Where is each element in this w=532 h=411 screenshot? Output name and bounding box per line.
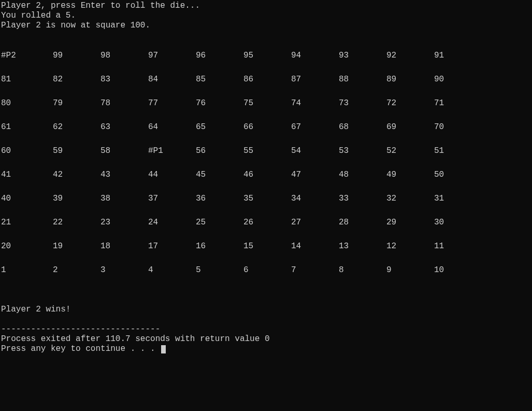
board-cell: 49: [386, 170, 434, 180]
board-cell: 43: [100, 170, 148, 180]
board-cell: 83: [100, 75, 148, 84]
board-cell: 97: [148, 51, 196, 61]
board-cell: 68: [339, 122, 386, 132]
board-cell: 37: [148, 194, 196, 204]
board-cell: 82: [53, 75, 100, 84]
board-cell: 28: [339, 218, 386, 228]
board-cell: 44: [148, 170, 196, 180]
process-exit-message: Process exited after 110.7 seconds with …: [1, 334, 531, 344]
board-cell: 81: [1, 75, 53, 84]
continue-prompt[interactable]: Press any key to continue . . .: [1, 344, 531, 354]
board-cell: 16: [196, 242, 243, 251]
board-row: 60 59 58 #P1 56 55 54 53 52 51: [1, 146, 531, 156]
board-cell: 79: [53, 98, 100, 108]
game-board: #P2 99 98 97 96 95 94 93 92 91 81 82 83 …: [1, 51, 531, 275]
board-cell: 21: [1, 218, 53, 228]
board-cell: 60: [1, 146, 53, 156]
board-cell: 30: [434, 218, 482, 228]
board-row: 61 62 63 64 65 66 67 68 69 70: [1, 122, 531, 132]
board-cell: 61: [1, 122, 53, 132]
roll-result: You rolled a 5.: [1, 11, 531, 21]
board-cell: 15: [243, 242, 291, 251]
board-cell: 46: [243, 170, 291, 180]
board-cell: 89: [386, 75, 434, 84]
board-cell: 99: [53, 51, 100, 61]
board-cell: 72: [386, 98, 434, 108]
board-cell: 90: [434, 75, 482, 84]
roll-prompt: Player 2, press Enter to roll the die...: [1, 1, 531, 11]
board-row: 81 82 83 84 85 86 87 88 89 90: [1, 75, 531, 84]
board-cell: 35: [243, 194, 291, 204]
board-row: 40 39 38 37 36 35 34 33 32 31: [1, 194, 531, 204]
board-cell: 94: [291, 51, 339, 61]
board-cell: #P1: [148, 146, 196, 156]
board-cell: 67: [291, 122, 339, 132]
board-cell: 54: [291, 146, 339, 156]
continue-prompt-text: Press any key to continue . . .: [1, 344, 160, 353]
board-cell: 52: [386, 146, 434, 156]
board-cell: #P2: [1, 51, 53, 61]
cursor-icon: [161, 345, 166, 353]
board-cell: 76: [196, 98, 243, 108]
board-cell: 24: [148, 218, 196, 228]
board-row: 21 22 23 24 25 26 27 28 29 30: [1, 218, 531, 228]
board-cell: 96: [196, 51, 243, 61]
board-cell: 8: [339, 265, 386, 275]
board-cell: 3: [100, 265, 148, 275]
board-cell: 34: [291, 194, 339, 204]
board-cell: 64: [148, 122, 196, 132]
board-cell: 25: [196, 218, 243, 228]
board-cell: 48: [339, 170, 386, 180]
board-cell: 71: [434, 98, 482, 108]
board-cell: 74: [291, 98, 339, 108]
board-cell: 1: [1, 265, 53, 275]
board-cell: 55: [243, 146, 291, 156]
board-cell: 13: [339, 242, 386, 251]
board-cell: 11: [434, 242, 482, 251]
board-cell: 51: [434, 146, 482, 156]
board-cell: 5: [196, 265, 243, 275]
board-cell: 86: [243, 75, 291, 84]
board-cell: 7: [291, 265, 339, 275]
board-cell: 87: [291, 75, 339, 84]
board-cell: 62: [53, 122, 100, 132]
board-cell: 9: [386, 265, 434, 275]
board-cell: 70: [434, 122, 482, 132]
board-cell: 58: [100, 146, 148, 156]
board-cell: 69: [386, 122, 434, 132]
board-cell: 88: [339, 75, 386, 84]
board-cell: 19: [53, 242, 100, 251]
board-cell: 80: [1, 98, 53, 108]
board-cell: 66: [243, 122, 291, 132]
board-cell: 47: [291, 170, 339, 180]
board-cell: 77: [148, 98, 196, 108]
board-cell: 2: [53, 265, 100, 275]
winner-message: Player 2 wins!: [1, 305, 531, 315]
board-row: 1 2 3 4 5 6 7 8 9 10: [1, 265, 531, 275]
board-cell: 84: [148, 75, 196, 84]
board-cell: 85: [196, 75, 243, 84]
board-cell: 18: [100, 242, 148, 251]
board-cell: 95: [243, 51, 291, 61]
board-row: 80 79 78 77 76 75 74 73 72 71: [1, 98, 531, 108]
blank-line: [1, 315, 531, 324]
board-cell: 42: [53, 170, 100, 180]
board-cell: 32: [386, 194, 434, 204]
board-row: 20 19 18 17 16 15 14 13 12 11: [1, 242, 531, 251]
board-cell: 36: [196, 194, 243, 204]
board-cell: 98: [100, 51, 148, 61]
board-cell: 26: [243, 218, 291, 228]
board-cell: 33: [339, 194, 386, 204]
board-cell: 78: [100, 98, 148, 108]
board-cell: 39: [53, 194, 100, 204]
board-row: #P2 99 98 97 96 95 94 93 92 91: [1, 51, 531, 61]
board-cell: 17: [148, 242, 196, 251]
board-cell: 10: [434, 265, 482, 275]
position-update: Player 2 is now at square 100.: [1, 21, 531, 31]
board-cell: 4: [148, 265, 196, 275]
board-cell: 31: [434, 194, 482, 204]
board-cell: 41: [1, 170, 53, 180]
board-cell: 27: [291, 218, 339, 228]
board-cell: 65: [196, 122, 243, 132]
blank-line: [1, 295, 531, 305]
